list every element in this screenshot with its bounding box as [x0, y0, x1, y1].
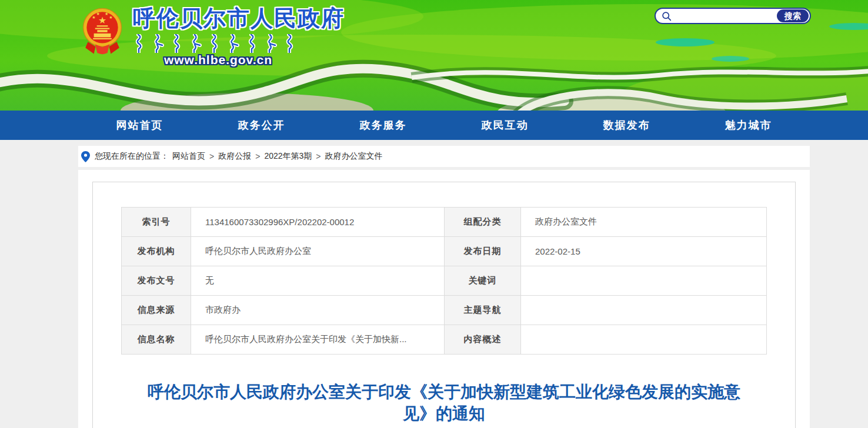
table-row: 发布机构 呼伦贝尔市人民政府办公室 发布日期 2022-02-15	[122, 237, 767, 266]
svg-text:★: ★	[109, 15, 112, 20]
meta-label: 组配分类	[445, 208, 521, 237]
nav-item-interaction[interactable]: 政民互动	[444, 111, 566, 140]
meta-value: 2022-02-15	[521, 237, 767, 266]
search-input[interactable]	[675, 12, 777, 21]
site-url: www.hlbe.gov.cn	[133, 53, 303, 67]
table-row: 发布文号 无 关键词	[122, 266, 767, 296]
breadcrumb-separator: >	[316, 152, 321, 161]
search-button[interactable]: 搜索	[777, 9, 809, 22]
article-title: 呼伦贝尔市人民政府办公室关于印发《关于加快新型建筑工业化绿色发展的实施意见》的通…	[132, 381, 756, 424]
meta-label: 发布机构	[122, 237, 191, 266]
table-row: 信息名称 呼伦贝尔市人民政府办公室关于印发《关于加快新... 内容概述	[122, 325, 767, 355]
meta-value: 呼伦贝尔市人民政府办公室关于印发《关于加快新...	[191, 325, 445, 355]
meta-label: 发布日期	[445, 237, 521, 266]
nav-item-gov-info[interactable]: 政务公开	[201, 111, 322, 140]
location-pin-icon	[81, 151, 90, 162]
site-brand: 呼伦贝尔市人民政府	[133, 4, 345, 67]
meta-label: 主题导航	[445, 296, 521, 325]
breadcrumb-separator: >	[209, 152, 214, 161]
meta-value: 政府办公室文件	[521, 208, 767, 237]
article-container: 索引号 1134160073302996XP/202202-00012 组配分类…	[92, 182, 796, 428]
china-national-emblem-icon: ★ ★ ★ ★ ★	[81, 6, 123, 60]
meta-label: 索引号	[122, 208, 191, 237]
breadcrumb-item-home[interactable]: 网站首页	[172, 151, 205, 162]
table-row: 信息来源 市政府办 主题导航	[122, 296, 767, 325]
mongolian-script-text	[134, 34, 302, 53]
nav-item-city[interactable]: 魅力城市	[687, 111, 809, 140]
meta-label: 内容概述	[445, 325, 521, 355]
document-meta-table: 索引号 1134160073302996XP/202202-00012 组配分类…	[121, 207, 767, 355]
nav-item-gov-service[interactable]: 政务服务	[322, 111, 444, 140]
svg-text:★: ★	[98, 15, 106, 25]
page: ★ ★ ★ ★ ★ 呼伦贝尔市人民政府	[0, 0, 868, 428]
main-nav: 网站首页 政务公开 政务服务 政民互动 数据发布 魅力城市	[0, 111, 868, 140]
svg-text:★: ★	[105, 11, 108, 16]
meta-label: 发布文号	[122, 266, 191, 296]
meta-value	[521, 296, 767, 325]
nav-item-home[interactable]: 网站首页	[79, 111, 201, 140]
content-card: 索引号 1134160073302996XP/202202-00012 组配分类…	[78, 170, 810, 428]
breadcrumb-prefix: 您现在所在的位置：	[95, 151, 169, 162]
meta-label: 关键词	[445, 266, 521, 296]
svg-text:★: ★	[96, 11, 100, 16]
nav-item-data[interactable]: 数据发布	[566, 111, 687, 140]
site-header: ★ ★ ★ ★ ★ 呼伦贝尔市人民政府	[0, 0, 868, 111]
breadcrumb-item-category[interactable]: 政府办公室文件	[325, 151, 383, 162]
meta-value: 市政府办	[191, 296, 445, 325]
site-search: 搜索	[655, 8, 811, 24]
breadcrumb-separator: >	[255, 152, 260, 161]
meta-value: 1134160073302996XP/202202-00012	[191, 208, 445, 237]
breadcrumb: 您现在所在的位置： 网站首页 > 政府公报 > 2022年第3期 > 政府办公室…	[78, 146, 810, 167]
svg-text:★: ★	[92, 15, 95, 20]
site-title: 呼伦贝尔市人民政府	[133, 4, 345, 34]
meta-value	[521, 325, 767, 355]
meta-value	[521, 266, 767, 296]
meta-value: 呼伦贝尔市人民政府办公室	[191, 237, 445, 266]
meta-value: 无	[191, 266, 445, 296]
meta-label: 信息来源	[122, 296, 191, 325]
meta-label: 信息名称	[122, 325, 191, 355]
breadcrumb-item-issue[interactable]: 2022年第3期	[264, 151, 312, 162]
breadcrumb-item-gazette[interactable]: 政府公报	[218, 151, 251, 162]
magnifier-icon	[662, 11, 672, 21]
table-row: 索引号 1134160073302996XP/202202-00012 组配分类…	[122, 208, 767, 237]
